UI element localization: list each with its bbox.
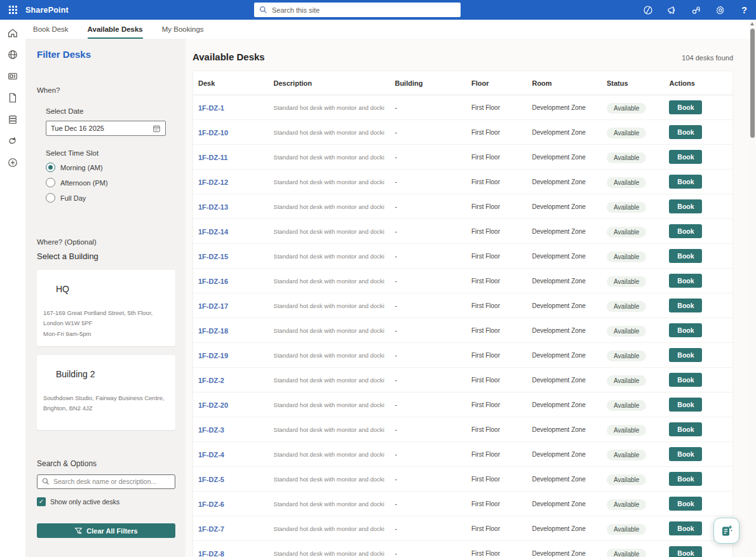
desk-link[interactable]: 1F-DZ-11 [198, 154, 227, 161]
desk-link[interactable]: 1F-DZ-6 [198, 500, 224, 508]
book-button[interactable]: Book [669, 373, 702, 387]
book-button[interactable]: Book [669, 224, 702, 238]
vertical-scrollbar[interactable] [749, 20, 756, 557]
desk-search-input[interactable] [53, 478, 170, 485]
room-cell: Development Zone [532, 550, 597, 557]
header-desk: Desk [193, 71, 269, 95]
book-button[interactable]: Book [669, 199, 702, 213]
tab-my-bookings[interactable]: My Bookings [162, 20, 204, 39]
floor-cell: First Floor [471, 550, 522, 557]
building-cell: - [395, 550, 461, 557]
database-icon[interactable] [7, 113, 19, 125]
connections-icon[interactable] [691, 4, 701, 15]
building-card-hq[interactable]: HQ 167-169 Great Portland Street, 5th Fl… [37, 270, 175, 346]
document-icon[interactable] [7, 91, 19, 104]
checkbox-checked-icon[interactable]: ✓ [37, 497, 46, 506]
description-cell: Standard hot desk with monitor and docki… [274, 451, 385, 458]
floor-cell: First Floor [471, 352, 522, 359]
desk-link[interactable]: 1F-DZ-4 [198, 451, 224, 459]
description-cell: Standard hot desk with monitor and docki… [274, 228, 385, 235]
desk-link[interactable]: 1F-DZ-8 [198, 550, 224, 557]
search-options-label: Search & Options [37, 459, 175, 468]
date-picker[interactable] [46, 121, 166, 136]
book-button[interactable]: Book [669, 472, 702, 486]
megaphone-icon[interactable] [666, 4, 677, 15]
building-cell: - [395, 253, 461, 260]
radio-afternoon[interactable]: Afternoon (PM) [46, 178, 175, 187]
clear-all-filters-button[interactable]: Clear All Filters [37, 523, 175, 538]
desk-link[interactable]: 1F-DZ-10 [198, 129, 228, 137]
table-row: 1F-DZ-18Standard hot desk with monitor a… [193, 318, 732, 343]
book-button[interactable]: Book [669, 150, 702, 164]
book-button[interactable]: Book [669, 546, 702, 557]
active-desks-checkbox-row[interactable]: ✓ Show only active desks [37, 497, 175, 506]
globe-icon[interactable] [7, 48, 19, 60]
book-button[interactable]: Book [669, 249, 702, 263]
settings-gear-icon[interactable] [715, 4, 726, 15]
floor-cell: First Floor [471, 500, 522, 507]
book-button[interactable]: Book [669, 125, 702, 139]
desk-link[interactable]: 1F-DZ-14 [198, 228, 228, 236]
book-button[interactable]: Book [669, 274, 702, 288]
calendar-icon[interactable] [152, 124, 161, 133]
desk-link[interactable]: 1F-DZ-2 [198, 377, 224, 384]
book-button[interactable]: Book [669, 348, 702, 362]
date-input[interactable] [51, 124, 152, 132]
desk-link[interactable]: 1F-DZ-16 [198, 278, 228, 285]
radio-afternoon-control[interactable] [46, 178, 55, 187]
building-card-building-2[interactable]: Building 2 Southdown Studio, Fairway Bus… [37, 355, 175, 429]
book-button[interactable]: Book [669, 422, 702, 436]
scroll-up-arrow-icon[interactable] [750, 22, 754, 25]
header-building: Building [389, 71, 466, 95]
book-button[interactable]: Book [669, 398, 702, 412]
circle-slash-icon[interactable] [642, 4, 653, 15]
site-search-input[interactable] [272, 6, 456, 14]
desk-link[interactable]: 1F-DZ-19 [198, 352, 228, 359]
desk-link[interactable]: 1F-DZ-1 [198, 104, 224, 112]
home-icon[interactable] [7, 27, 19, 39]
building-cell: - [395, 525, 461, 532]
desk-link[interactable]: 1F-DZ-15 [198, 253, 228, 260]
table-header-row: Desk Description Building Floor Room Sta… [193, 71, 732, 95]
book-button[interactable]: Book [669, 447, 702, 461]
book-button[interactable]: Book [669, 521, 702, 535]
site-search-box[interactable] [254, 3, 461, 17]
building-cell: - [395, 104, 461, 111]
table-row: 1F-DZ-7Standard hot desk with monitor an… [193, 516, 732, 541]
radio-morning-control[interactable] [46, 163, 55, 172]
desk-search-box[interactable] [37, 474, 175, 489]
newsfeed-icon[interactable] [7, 70, 19, 82]
radio-full-day[interactable]: Full Day [46, 193, 175, 203]
tab-book-desk[interactable]: Book Desk [33, 20, 69, 39]
building-cell: - [395, 401, 461, 408]
table-row: 1F-DZ-4Standard hot desk with monitor an… [193, 442, 732, 467]
radio-full-day-control[interactable] [46, 193, 55, 203]
add-circle-icon[interactable] [7, 156, 19, 168]
book-button[interactable]: Book [669, 100, 702, 114]
desk-link[interactable]: 1F-DZ-13 [198, 203, 228, 211]
book-button[interactable]: Book [669, 497, 702, 511]
notes-fab-button[interactable] [713, 518, 739, 544]
scrollbar-thumb[interactable] [750, 29, 755, 138]
status-badge: Available [607, 524, 646, 535]
loop-icon[interactable] [7, 135, 19, 147]
desk-link[interactable]: 1F-DZ-5 [198, 476, 224, 483]
desk-link[interactable]: 1F-DZ-3 [198, 426, 224, 434]
floor-cell: First Floor [471, 278, 522, 285]
book-button[interactable]: Book [669, 175, 702, 189]
description-cell: Standard hot desk with monitor and docki… [274, 178, 385, 185]
book-button[interactable]: Book [669, 299, 702, 312]
desk-link[interactable]: 1F-DZ-7 [198, 525, 224, 533]
desk-link[interactable]: 1F-DZ-20 [198, 401, 228, 409]
desk-link[interactable]: 1F-DZ-17 [198, 302, 228, 310]
tab-available-desks[interactable]: Available Desks [88, 20, 143, 39]
help-icon[interactable]: ? [739, 4, 750, 15]
building-cell: - [395, 352, 461, 359]
book-button[interactable]: Book [669, 323, 702, 337]
desk-link[interactable]: 1F-DZ-12 [198, 178, 228, 186]
app-name[interactable]: SharePoint [25, 6, 69, 15]
building-cell: - [395, 302, 461, 309]
desk-link[interactable]: 1F-DZ-18 [198, 327, 228, 335]
radio-morning[interactable]: Morning (AM) [46, 163, 175, 172]
waffle-icon[interactable] [0, 0, 25, 20]
